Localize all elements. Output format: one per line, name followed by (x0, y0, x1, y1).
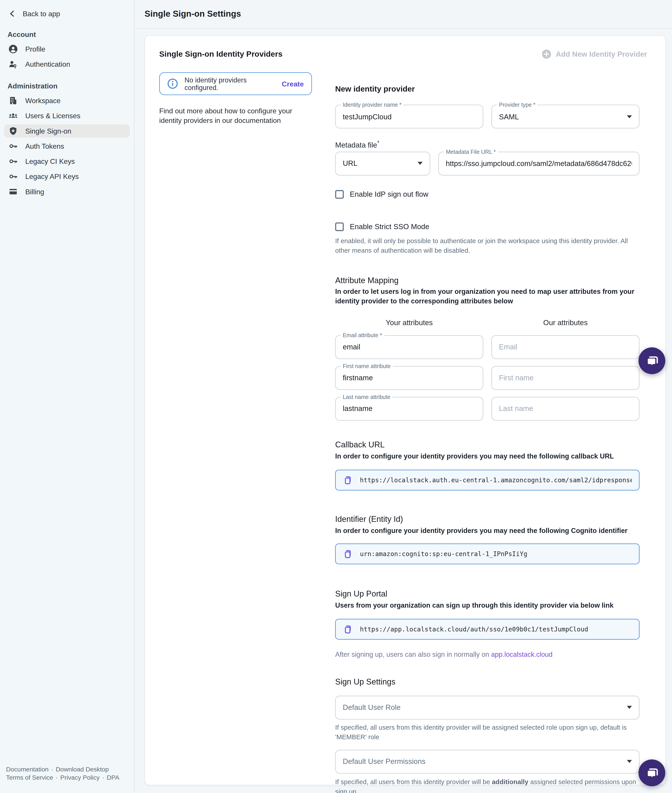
docs-text: Find out more about how to configure you… (159, 106, 303, 125)
add-new-identity-provider-button[interactable]: Add New Identity Provider (541, 49, 647, 59)
documentation-link[interactable]: Documentation (6, 766, 48, 773)
metadata-source-select[interactable]: URL (335, 152, 430, 175)
metadata-file-url-label: Metadata File URL * (444, 149, 498, 154)
default-user-permissions-value: Default User Permissions (343, 758, 622, 766)
callback-url-title: Callback URL (335, 440, 639, 449)
default-user-permissions-helper: If specified, all users from this identi… (335, 777, 639, 793)
sidebar-item-profile[interactable]: Profile (4, 42, 130, 56)
form-title: New identity provider (335, 85, 639, 94)
default-user-role-select[interactable]: Default User Role (335, 695, 639, 719)
sidebar-item-legacy-api-keys[interactable]: Legacy API Keys (4, 170, 130, 183)
lastname-attribute-input[interactable] (343, 405, 475, 413)
sidebar-item-authentication[interactable]: Authentication (4, 58, 130, 70)
sidebar-section-account: Account (0, 30, 134, 38)
footer-separator: · (51, 766, 53, 773)
idp-signout-label: Enable IdP sign out flow (350, 190, 428, 198)
copy-icon[interactable] (343, 475, 352, 484)
no-providers-alert: No identity providers configured. Create (159, 72, 312, 95)
users-licenses-icon (9, 111, 18, 120)
identity-provider-name-input[interactable] (343, 112, 475, 120)
new-provider-form: New identity provider Identity provider … (335, 72, 639, 793)
providers-list-column: No identity providers configured. Create… (159, 72, 312, 793)
chevron-down-icon (627, 115, 632, 118)
identifier-title: Identifier (Entity Id) (335, 514, 639, 524)
callback-url-description: In order to configure your identity prov… (335, 452, 639, 461)
email-attribute-field[interactable]: Email attribute * (335, 335, 483, 359)
footer-separator: · (102, 774, 104, 781)
metadata-source-value: URL (343, 159, 413, 167)
sidebar-section-administration: Administration (0, 82, 134, 90)
add-new-identity-provider-label: Add New Identity Provider (556, 50, 647, 58)
callback-url-box: https://localstack.auth.eu-central-1.ama… (335, 469, 639, 490)
sidebar-item-users-licenses[interactable]: Users & Licenses (4, 109, 130, 122)
firstname-attribute-input[interactable] (343, 374, 475, 382)
sidebar-item-label: Auth Tokens (25, 142, 64, 150)
chat-widget-button[interactable] (638, 348, 665, 374)
identifier-box: urn:amazon:cognito:sp:eu-central-1_IPnPs… (335, 544, 639, 564)
our-attributes-header: Our attributes (491, 319, 640, 327)
signup-portal-description: Users from your organization can sign up… (335, 601, 639, 611)
email-attribute-input[interactable] (343, 343, 475, 351)
lastname-attribute-field[interactable]: Last name attribute (335, 397, 483, 421)
strict-sso-checkbox[interactable] (335, 223, 344, 231)
chat-bubble-icon (644, 765, 659, 780)
privacy-link[interactable]: Privacy Policy (60, 774, 99, 781)
sso-card: Single Sign-on Identity Providers Add Ne… (145, 35, 666, 785)
lastname-attribute-label: Last name attribute (341, 394, 392, 400)
chevron-down-icon (627, 760, 632, 763)
sidebar-item-workspace[interactable]: Workspace (4, 94, 130, 107)
chat-widget-button[interactable] (638, 759, 665, 787)
strict-sso-helper: If enabled, it will only be possible to … (335, 236, 639, 256)
provider-type-label: Provider type * (497, 102, 537, 107)
card-title: Single Sign-on Identity Providers (159, 50, 282, 59)
lastname-target-field[interactable] (491, 397, 640, 421)
signin-note-text: After signing up, users can also sign in… (335, 650, 491, 658)
app-localstack-cloud-link[interactable]: app.localstack.cloud (491, 650, 553, 658)
attribute-mapping-description: In order to let users log in from your o… (335, 287, 639, 306)
billing-icon (9, 187, 18, 196)
identifier-description: In order to configure your identity prov… (335, 525, 639, 536)
download-desktop-link[interactable]: Download Desktop (56, 766, 109, 773)
idp-signout-checkbox[interactable] (335, 190, 344, 199)
default-user-permissions-select[interactable]: Default User Permissions (335, 750, 639, 774)
metadata-file-url-input[interactable] (446, 159, 632, 167)
email-target-field[interactable] (491, 335, 640, 359)
signup-portal-box: https://app.localstack.cloud/auth/sso/1e… (335, 619, 639, 639)
your-attributes-header: Your attributes (335, 319, 483, 327)
sidebar-item-label: Legacy API Keys (25, 173, 79, 181)
sidebar-item-label: Legacy CI Keys (25, 157, 75, 165)
sidebar-item-label: Single Sign-on (25, 127, 71, 135)
create-provider-button[interactable]: Create (282, 80, 304, 88)
metadata-file-url-field[interactable]: Metadata File URL * (438, 152, 639, 175)
terms-link[interactable]: Terms of Service (6, 774, 53, 781)
sidebar-item-auth-tokens[interactable]: Auth Tokens (4, 139, 130, 153)
copy-icon[interactable] (343, 624, 352, 634)
provider-type-select[interactable]: Provider type * SAML (491, 105, 640, 128)
footer-separator: · (56, 774, 58, 781)
sidebar-item-label: Billing (25, 187, 44, 195)
back-to-app-button[interactable]: Back to app (0, 0, 134, 19)
email-attribute-label: Email attribute * (341, 332, 384, 338)
sidebar-item-billing[interactable]: Billing (4, 185, 130, 198)
firstname-attribute-field[interactable]: First name attribute (335, 366, 483, 390)
lastname-target-input[interactable] (499, 405, 632, 413)
default-user-role-value: Default User Role (343, 703, 622, 711)
back-to-app-label: Back to app (23, 10, 60, 18)
firstname-target-input[interactable] (499, 374, 632, 382)
main-area: Single Sign-on Settings Single Sign-on I… (135, 0, 672, 793)
sidebar-item-legacy-ci-keys[interactable]: Legacy CI Keys (4, 155, 130, 168)
sidebar-item-single-sign-on[interactable]: Single Sign-on (4, 125, 130, 138)
dpa-link[interactable]: DPA (107, 774, 119, 781)
identity-provider-name-field[interactable]: Identity provider name * (335, 105, 483, 128)
alert-message: No identity providers configured. (184, 76, 282, 91)
chevron-down-icon (627, 706, 632, 709)
copy-icon[interactable] (343, 549, 352, 559)
profile-icon (9, 45, 18, 54)
firstname-target-field[interactable] (491, 366, 640, 390)
email-target-input[interactable] (499, 343, 632, 351)
key-icon (9, 157, 18, 166)
sidebar-item-label: Authentication (25, 60, 70, 68)
authentication-icon (9, 59, 18, 69)
sidebar: Back to app Account Profile Authenticati… (0, 0, 134, 793)
chevron-left-icon (9, 11, 15, 17)
